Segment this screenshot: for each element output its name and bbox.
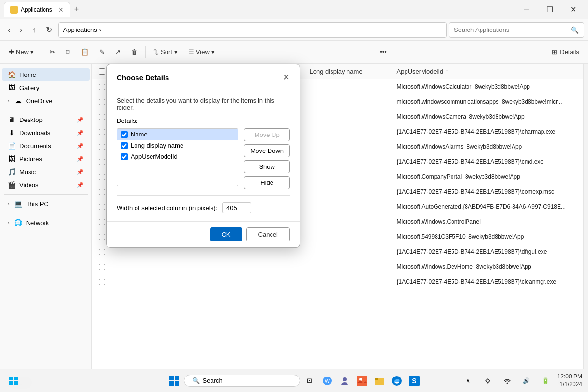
taskbar-left xyxy=(6,373,21,389)
row-select-checkbox[interactable] xyxy=(99,249,105,255)
battery-tray-icon[interactable]: 🔋 xyxy=(538,373,554,389)
rename-button[interactable]: ✎ xyxy=(94,45,109,59)
header-app-model[interactable]: AppUserModelId ↑ xyxy=(391,64,584,79)
row-select-checkbox[interactable] xyxy=(99,264,105,270)
store-icon[interactable]: S xyxy=(407,373,422,389)
detail-item-name[interactable]: Name xyxy=(117,129,238,140)
width-input[interactable] xyxy=(222,202,251,213)
taskbar: 🔍 Search ⊡ W xyxy=(0,369,588,392)
widgets-icon[interactable]: W xyxy=(319,373,335,389)
row-long xyxy=(304,100,391,104)
sidebar-item-onedrive[interactable]: › ☁ OneDrive xyxy=(2,94,90,107)
minimize-button[interactable]: ─ xyxy=(515,2,538,17)
cancel-button[interactable]: Cancel xyxy=(246,227,290,241)
wifi-tray-icon[interactable] xyxy=(499,373,515,389)
copy-button[interactable]: ⧉ xyxy=(61,45,75,59)
breadcrumb[interactable]: Applications › xyxy=(58,22,447,38)
forward-button[interactable]: › xyxy=(16,23,26,37)
move-down-button[interactable]: Move Down xyxy=(244,144,290,157)
more-button[interactable]: ••• xyxy=(375,45,392,59)
row-select-checkbox[interactable] xyxy=(99,279,105,285)
sidebar-item-downloads[interactable]: ⬇ Downloads 📌 xyxy=(2,126,90,139)
view-chevron: ▾ xyxy=(211,48,215,56)
sidebar-label-network: Network xyxy=(26,219,49,226)
table-row[interactable]: {1AC14E77-02E7-4E5D-B744-2EB1AE5198B7}\c… xyxy=(92,274,583,289)
close-button[interactable]: ✕ xyxy=(562,2,584,17)
row-app-model: Microsoft.WindowsCamera_8wekyb3d8bbwe!Ap… xyxy=(391,111,584,122)
show-button[interactable]: Show xyxy=(244,160,290,173)
row-select-checkbox[interactable] xyxy=(99,159,105,165)
volume-tray-icon[interactable]: 🔊 xyxy=(519,373,534,389)
row-select-checkbox[interactable] xyxy=(99,204,105,210)
music-icon: 🎵 xyxy=(8,168,15,176)
photos-icon[interactable] xyxy=(354,373,370,389)
row-select-checkbox[interactable] xyxy=(99,114,105,120)
dialog-close-button[interactable]: ✕ xyxy=(283,72,290,83)
taskview-button[interactable]: ⊡ xyxy=(302,373,317,389)
sort-chevron: ▾ xyxy=(174,48,178,56)
explorer-icon[interactable] xyxy=(372,373,387,389)
paste-button[interactable]: 📋 xyxy=(76,45,93,59)
taskbar-clock: 12:00 PM1/1/2024 xyxy=(558,373,582,388)
search-box[interactable]: 🔍 xyxy=(449,22,584,38)
sidebar-item-videos[interactable]: 🎬 Videos 📌 xyxy=(2,179,90,191)
edge-icon[interactable] xyxy=(389,373,405,389)
detail-item-long-display[interactable]: Long display name xyxy=(117,140,238,151)
details-button[interactable]: ⊞ Details xyxy=(547,45,584,59)
row-select-checkbox[interactable] xyxy=(99,99,105,105)
row-select-checkbox[interactable] xyxy=(99,84,105,90)
sidebar-item-documents[interactable]: 📄 Documents 📌 xyxy=(2,139,90,152)
header-long-display[interactable]: Long display name xyxy=(304,64,391,79)
taskbar-center: 🔍 Search ⊡ W xyxy=(166,373,422,389)
maximize-button[interactable]: ☐ xyxy=(539,2,561,17)
new-button[interactable]: ✚ New ▾ xyxy=(4,45,39,59)
sidebar-label-pictures: Pictures xyxy=(19,155,42,163)
row-name xyxy=(111,250,304,254)
row-select-checkbox[interactable] xyxy=(99,189,105,195)
row-select-checkbox[interactable] xyxy=(99,219,105,225)
search-input[interactable] xyxy=(454,26,571,33)
row-select-checkbox[interactable] xyxy=(99,174,105,180)
row-select-checkbox[interactable] xyxy=(99,144,105,150)
detail-checkbox-long[interactable] xyxy=(121,142,128,149)
share-button[interactable]: ↗ xyxy=(110,45,125,59)
dialog-description: Select the details you want to display f… xyxy=(117,97,290,111)
row-long xyxy=(304,160,391,164)
back-button[interactable]: ‹ xyxy=(4,23,14,37)
delete-button[interactable]: 🗑 xyxy=(126,45,142,59)
detail-checkbox-name[interactable] xyxy=(121,131,128,138)
table-row[interactable]: Microsoft.Windows.DevHome_8wekyb3d8bbwe!… xyxy=(92,259,583,274)
sidebar-item-network[interactable]: › 🌐 Network xyxy=(2,216,90,229)
sidebar-item-pictures[interactable]: 🖼 Pictures 📌 xyxy=(2,152,90,165)
start-button[interactable] xyxy=(6,373,21,389)
new-tab-button[interactable]: + xyxy=(70,2,83,16)
taskbar-start-icon[interactable] xyxy=(166,373,182,389)
ok-button[interactable]: OK xyxy=(210,227,242,241)
refresh-button[interactable]: ↻ xyxy=(42,22,56,37)
tab-close-button[interactable]: ✕ xyxy=(58,6,64,14)
active-tab[interactable]: Applications ✕ xyxy=(4,2,70,17)
sidebar-separator-1 xyxy=(4,110,88,110)
sort-button[interactable]: ⇅ Sort ▾ xyxy=(149,45,182,59)
teams-icon[interactable] xyxy=(337,373,352,389)
network-tray-icon[interactable] xyxy=(480,373,496,389)
move-up-button[interactable]: Move Up xyxy=(244,128,290,141)
row-app-model: {1AC14E77-02E7-4E5D-B744-2EB1AE5198B7}\d… xyxy=(391,246,584,257)
select-all-checkbox[interactable] xyxy=(99,68,105,75)
details-list[interactable]: Name Long display name AppUserModelId xyxy=(117,128,238,186)
detail-item-appmodel[interactable]: AppUserModelId xyxy=(117,151,238,162)
view-button[interactable]: ☰ View ▾ xyxy=(183,45,220,59)
up-button[interactable]: ↑ xyxy=(29,23,40,37)
system-tray-chevron[interactable]: ∧ xyxy=(461,373,476,389)
row-select-checkbox[interactable] xyxy=(99,234,105,240)
sidebar-item-gallery[interactable]: 🖼 Gallery xyxy=(2,81,90,94)
sidebar-item-thispc[interactable]: › 💻 This PC xyxy=(2,197,90,210)
taskbar-search-box[interactable]: 🔍 Search xyxy=(184,375,300,387)
sidebar-item-desktop[interactable]: 🖥 Desktop 📌 xyxy=(2,113,90,126)
hide-button[interactable]: Hide xyxy=(244,176,290,189)
sidebar-item-music[interactable]: 🎵 Music 📌 xyxy=(2,166,90,178)
sidebar-item-home[interactable]: 🏠 Home xyxy=(2,68,90,81)
row-select-checkbox[interactable] xyxy=(99,129,105,135)
detail-checkbox-app[interactable] xyxy=(121,153,128,160)
cut-button[interactable]: ✂ xyxy=(45,45,60,59)
